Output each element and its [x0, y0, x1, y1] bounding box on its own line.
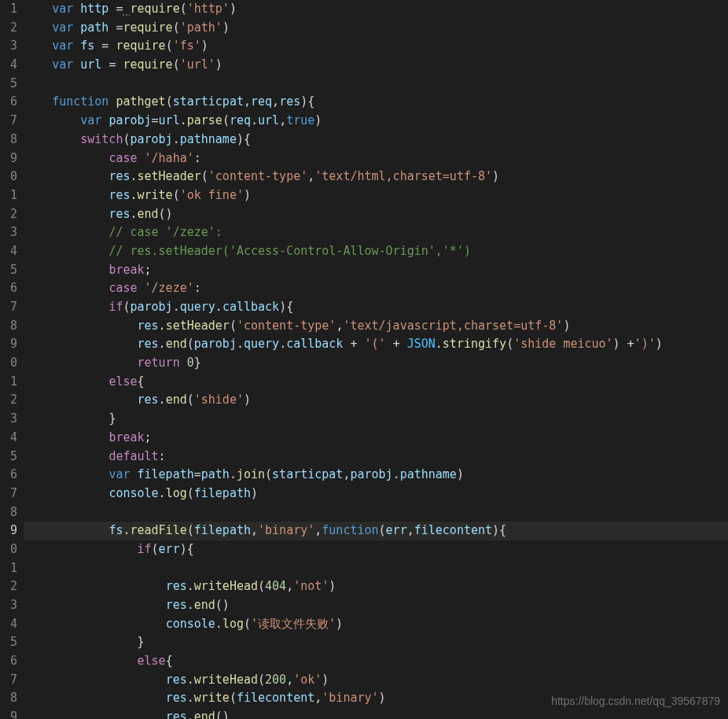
- code-line[interactable]: res.writeHead(200,'ok'): [24, 671, 728, 690]
- line-number-gutter: 123456789012345678901234567890123456789: [0, 0, 24, 719]
- code-line[interactable]: var parobj=url.parse(req.url,true): [24, 112, 728, 131]
- code-line[interactable]: case '/haha':: [24, 149, 728, 168]
- code-line[interactable]: [24, 559, 728, 578]
- line-number: 0: [0, 168, 17, 186]
- line-number: 6: [0, 279, 17, 298]
- code-line[interactable]: res.setHeader('content-type','text/html,…: [24, 168, 728, 186]
- line-number: 1: [0, 373, 17, 392]
- line-number: 3: [0, 410, 17, 429]
- line-number: 8: [0, 689, 17, 708]
- line-number: 7: [0, 298, 17, 317]
- code-line[interactable]: // res.setHeader('Access-Control-Allow-O…: [24, 242, 728, 261]
- code-line[interactable]: res.end(): [24, 596, 728, 615]
- code-line[interactable]: res.end(): [24, 205, 728, 224]
- code-line[interactable]: res.end('shide'): [24, 391, 728, 410]
- code-line[interactable]: break;: [24, 261, 728, 280]
- code-line[interactable]: console.log('读取文件失败'): [24, 615, 728, 634]
- code-line[interactable]: else{: [24, 373, 728, 392]
- code-line[interactable]: var path =require('path'): [24, 19, 728, 38]
- code-line[interactable]: if(err){: [24, 540, 728, 559]
- code-line[interactable]: var filepath=path.join(starticpat,parobj…: [24, 466, 728, 485]
- line-number: 5: [0, 448, 17, 466]
- code-line[interactable]: var url = require('url'): [24, 56, 728, 75]
- line-number: 9: [0, 149, 17, 168]
- line-number: 2: [0, 205, 17, 224]
- code-line[interactable]: res.write('ok fine'): [24, 186, 728, 205]
- line-number: 0: [0, 354, 17, 373]
- code-line[interactable]: var fs = require('fs'): [24, 37, 728, 56]
- code-line[interactable]: res.writeHead(404,'not'): [24, 577, 728, 596]
- line-number: 5: [0, 261, 17, 280]
- line-number: 8: [0, 317, 17, 336]
- line-number: 8: [0, 503, 17, 522]
- watermark-text: https://blog.csdn.net/qq_39567879: [551, 692, 720, 711]
- code-line[interactable]: }: [24, 633, 728, 652]
- code-line[interactable]: }: [24, 410, 728, 429]
- line-number: 1: [0, 559, 17, 578]
- code-line[interactable]: // case '/zeze':: [24, 223, 728, 242]
- code-line[interactable]: default:: [24, 448, 728, 466]
- code-line[interactable]: return 0}: [24, 354, 728, 373]
- code-area[interactable]: var http = require('http') var path =req…: [24, 0, 728, 719]
- line-number: 4: [0, 429, 17, 448]
- line-number: 5: [0, 633, 17, 652]
- code-line[interactable]: res.end(parobj.query.callback + '(' + JS…: [24, 335, 728, 354]
- line-number: 3: [0, 596, 17, 615]
- line-number: 4: [0, 56, 17, 75]
- line-number: 7: [0, 485, 17, 503]
- line-number: 8: [0, 131, 17, 149]
- line-number: 2: [0, 577, 17, 596]
- code-line[interactable]: fs.readFile(filepath,'binary',function(e…: [24, 522, 728, 540]
- code-line[interactable]: else{: [24, 652, 728, 671]
- line-number: 9: [0, 522, 17, 540]
- line-number: 0: [0, 540, 17, 559]
- line-number: 6: [0, 652, 17, 671]
- code-editor[interactable]: 123456789012345678901234567890123456789 …: [0, 0, 728, 719]
- code-line[interactable]: break;: [24, 429, 728, 448]
- line-number: 9: [0, 335, 17, 354]
- line-number: 4: [0, 615, 17, 634]
- code-line[interactable]: function pathget(starticpat,req,res){: [24, 93, 728, 112]
- line-number: 7: [0, 671, 17, 690]
- code-line[interactable]: var http = require('http'): [24, 0, 728, 19]
- line-number: 9: [0, 708, 17, 719]
- code-line[interactable]: [24, 75, 728, 94]
- line-number: 3: [0, 37, 17, 56]
- line-number: 1: [0, 186, 17, 205]
- code-line[interactable]: [24, 503, 728, 522]
- line-number: 2: [0, 19, 17, 38]
- code-line[interactable]: res.setHeader('content-type','text/javas…: [24, 317, 728, 336]
- code-line[interactable]: switch(parobj.pathname){: [24, 131, 728, 149]
- code-line[interactable]: if(parobj.query.callback){: [24, 298, 728, 317]
- line-number: 6: [0, 466, 17, 485]
- line-number: 1: [0, 0, 17, 19]
- line-number: 2: [0, 391, 17, 410]
- line-number: 5: [0, 75, 17, 94]
- line-number: 6: [0, 93, 17, 112]
- code-line[interactable]: case '/zeze':: [24, 279, 728, 298]
- code-line[interactable]: console.log(filepath): [24, 485, 728, 503]
- line-number: 4: [0, 242, 17, 261]
- line-number: 7: [0, 112, 17, 131]
- line-number: 3: [0, 223, 17, 242]
